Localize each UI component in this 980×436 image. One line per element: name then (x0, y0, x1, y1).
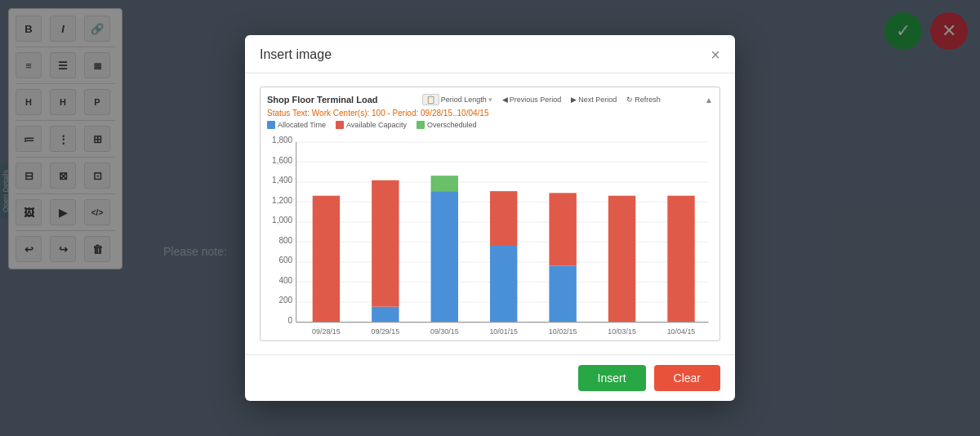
next-period-button[interactable]: ▶ Next Period (571, 96, 617, 104)
svg-text:800: 800 (278, 236, 292, 245)
bar-available-1 (313, 196, 340, 323)
chart-title: Shop Floor Terminal Load (267, 95, 377, 105)
previous-period-button[interactable]: ◀ Previous Period (502, 96, 562, 104)
svg-text:10/04/15: 10/04/15 (667, 327, 696, 334)
chart-status: Status Text: Work Center(s): 100 - Perio… (267, 109, 713, 118)
legend-overscheduled: Overscheduled (416, 121, 477, 129)
svg-text:10/03/15: 10/03/15 (608, 327, 636, 334)
svg-text:1,000: 1,000 (272, 216, 292, 225)
svg-text:600: 600 (278, 256, 292, 265)
legend-allocated-color (267, 121, 275, 129)
svg-text:400: 400 (278, 276, 292, 285)
bar-allocated-2 (372, 307, 399, 323)
legend-available-color (336, 121, 344, 129)
svg-text:10/01/15: 10/01/15 (489, 327, 518, 334)
insert-image-modal: Insert image × Shop Floor Terminal Load … (245, 35, 735, 401)
bar-available-4 (490, 191, 517, 246)
modal-title: Insert image (260, 47, 332, 62)
svg-text:09/30/15: 09/30/15 (430, 327, 459, 334)
insert-button[interactable]: Insert (578, 365, 646, 391)
legend-overscheduled-color (416, 121, 425, 129)
chart-container: Shop Floor Terminal Load 📋 Period Length… (260, 87, 720, 341)
bar-available-7 (667, 196, 694, 323)
chart-legend: Allocated Time Available Capacity Oversc… (267, 121, 713, 129)
modal-body: Shop Floor Terminal Load 📋 Period Length… (245, 73, 735, 354)
svg-text:0: 0 (288, 316, 293, 325)
svg-text:10/02/15: 10/02/15 (549, 327, 577, 334)
chart-expand-button[interactable]: ▲ (705, 95, 713, 104)
modal-header: Insert image × (245, 35, 735, 73)
bar-allocated-4 (490, 246, 517, 323)
svg-text:09/29/15: 09/29/15 (372, 327, 400, 334)
svg-text:1,600: 1,600 (272, 156, 292, 165)
period-length-control[interactable]: 📋 Period Length ▾ (422, 94, 492, 105)
bar-available-2 (372, 180, 399, 307)
svg-text:1,200: 1,200 (272, 196, 292, 205)
modal-close-button[interactable]: × (710, 47, 720, 63)
svg-text:09/28/15: 09/28/15 (312, 327, 341, 334)
refresh-button[interactable]: ↻ Refresh (626, 96, 661, 104)
bar-available-6 (608, 196, 635, 323)
clear-button[interactable]: Clear (654, 365, 720, 391)
modal-footer: Insert Clear (245, 354, 735, 401)
chart-toolbar: Shop Floor Terminal Load 📋 Period Length… (267, 94, 713, 105)
svg-text:1,800: 1,800 (272, 136, 292, 145)
bar-available-5 (549, 193, 576, 265)
legend-allocated: Allocated Time (267, 121, 326, 129)
svg-text:1,400: 1,400 (272, 176, 292, 185)
bar-allocated-5 (549, 265, 576, 322)
svg-text:200: 200 (278, 296, 292, 305)
legend-available: Available Capacity (336, 121, 407, 129)
chart-svg: 0 200 400 600 800 1,000 1,200 1,400 1,60… (267, 134, 713, 334)
bar-overscheduled-3 (431, 176, 458, 191)
bar-allocated-3 (431, 191, 458, 322)
